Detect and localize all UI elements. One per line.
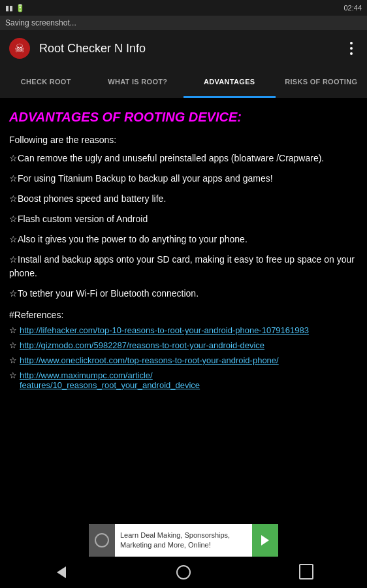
reason-4: ☆Flash custom version of Android bbox=[9, 212, 358, 226]
more-options-button[interactable] bbox=[343, 41, 359, 56]
ad-icon bbox=[89, 524, 115, 557]
recents-button[interactable] bbox=[286, 559, 325, 585]
back-button[interactable] bbox=[42, 559, 81, 585]
references-section: #References: ☆ http://lifehacker.com/top… bbox=[9, 310, 358, 390]
app-bar: ☠ Root Checker N Info bbox=[0, 30, 367, 67]
tab-what-is-root[interactable]: WHAT IS ROOT? bbox=[92, 67, 184, 98]
saving-text: Saving screenshot... bbox=[5, 18, 76, 27]
ref-item-1: ☆ http://lifehacker.com/top-10-reasons-t… bbox=[9, 325, 358, 335]
reason-2: ☆For using Titanium Backup to backup all… bbox=[9, 172, 358, 186]
status-bar: ▮▮ 🔋 02:44 bbox=[0, 0, 367, 16]
status-bar-right: 02:44 bbox=[343, 4, 362, 12]
home-button[interactable] bbox=[164, 559, 203, 585]
ref-item-2: ☆ http://gizmodo.com/5982287/reasons-to-… bbox=[9, 340, 358, 350]
reason-1: ☆Can remove the ugly and unuseful preins… bbox=[9, 152, 358, 165]
ad-arrow-button[interactable] bbox=[252, 524, 278, 557]
back-icon bbox=[57, 566, 66, 578]
tab-risks[interactable]: RISKS OF ROOTING bbox=[276, 67, 368, 98]
app-logo: ☠ bbox=[8, 37, 31, 60]
wifi-icon: 🔋 bbox=[16, 4, 25, 12]
references-title: #References: bbox=[9, 310, 358, 320]
tab-advantages[interactable]: ADVANTAGES bbox=[184, 67, 276, 98]
page-title: ADVANTAGES OF ROOTING DEVICE: bbox=[9, 108, 358, 125]
ref-item-3: ☆ http://www.oneclickroot.com/top-reason… bbox=[9, 355, 358, 365]
signal-icon: ▮▮ bbox=[5, 4, 13, 12]
intro-text: Following are the reasons: bbox=[9, 135, 358, 145]
ref-link-1[interactable]: http://lifehacker.com/top-10-reasons-to-… bbox=[20, 325, 309, 335]
ad-icon-circle bbox=[95, 533, 109, 547]
svg-text:☠: ☠ bbox=[14, 42, 25, 55]
app-icon: ☠ bbox=[8, 37, 31, 60]
ref-link-3[interactable]: http://www.oneclickroot.com/top-reasons-… bbox=[20, 355, 279, 365]
reason-6: ☆Install and backup apps onto your SD ca… bbox=[9, 253, 358, 280]
ref-item-4: ☆ http://www.maximumpc.com/article/featu… bbox=[9, 370, 358, 390]
tab-bar: CHECK ROOT WHAT IS ROOT? ADVANTAGES RISK… bbox=[0, 67, 367, 98]
recents-icon bbox=[300, 566, 311, 579]
arrow-right-icon bbox=[261, 535, 269, 546]
reason-5: ☆Also it gives you the power to do anyth… bbox=[9, 233, 358, 246]
ad-banner[interactable]: Learn Deal Making, Sponsorships, Marketi… bbox=[89, 524, 278, 557]
nav-bar bbox=[0, 557, 367, 588]
ref-link-2[interactable]: http://gizmodo.com/5982287/reasons-to-ro… bbox=[20, 340, 264, 350]
app-title: Root Checker N Info bbox=[39, 42, 336, 56]
ad-text: Learn Deal Making, Sponsorships, Marketi… bbox=[115, 528, 252, 553]
menu-dot-2 bbox=[350, 47, 353, 50]
status-bar-left: ▮▮ 🔋 bbox=[5, 4, 25, 12]
content-area: ADVANTAGES OF ROOTING DEVICE: Following … bbox=[0, 98, 367, 520]
tab-check-root[interactable]: CHECK ROOT bbox=[0, 67, 92, 98]
reason-7: ☆To tether your Wi-Fi or Bluetooth conne… bbox=[9, 287, 358, 301]
reason-3: ☆Boost phones speed and battery life. bbox=[9, 192, 358, 206]
menu-dot-3 bbox=[350, 52, 353, 55]
time-display: 02:44 bbox=[343, 4, 362, 12]
saving-banner: Saving screenshot... bbox=[0, 16, 367, 30]
ref-link-4[interactable]: http://www.maximumpc.com/article/feature… bbox=[20, 370, 200, 390]
home-icon bbox=[176, 565, 191, 580]
menu-dot-1 bbox=[350, 42, 353, 44]
